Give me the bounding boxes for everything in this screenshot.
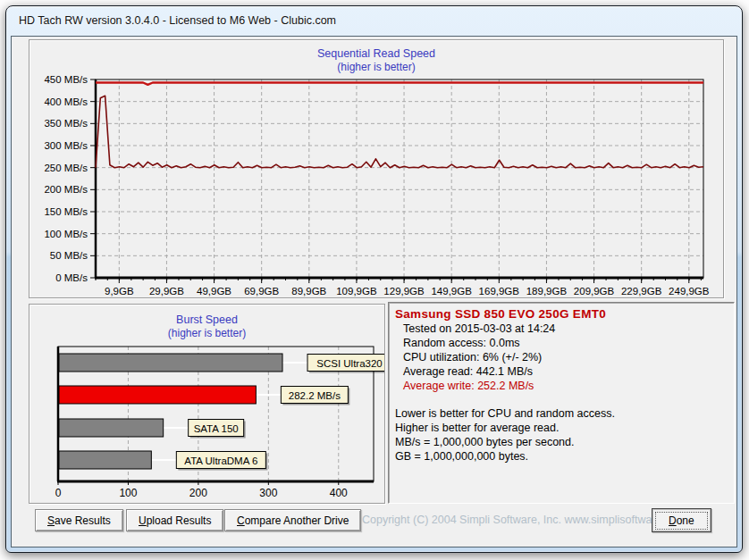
svg-text:150 MB/s: 150 MB/s	[44, 206, 88, 217]
save-results-button[interactable]: Save Results	[35, 509, 123, 531]
svg-text:9,9GB: 9,9GB	[105, 286, 134, 297]
app-window: HD Tach RW version 3.0.4.0 - Licensed to…	[5, 5, 743, 553]
svg-text:SATA 150: SATA 150	[194, 423, 239, 434]
svg-text:100 MB/s: 100 MB/s	[44, 229, 88, 239]
svg-text:29,9GB: 29,9GB	[149, 286, 184, 297]
drive-name: Samsung SSD 850 EVO 250G EMT0	[395, 307, 728, 322]
results-info-panel: Samsung SSD 850 EVO 250G EMT0 Tested on …	[388, 302, 735, 504]
sequential-read-subtitle: (higher is better)	[29, 61, 723, 73]
svg-text:89,9GB: 89,9GB	[291, 286, 326, 297]
svg-text:50 MB/s: 50 MB/s	[50, 250, 88, 261]
sequential-read-title: Sequential Read Speed	[29, 47, 723, 60]
random-access-line: Random access: 0.0ms	[403, 336, 728, 350]
note-line: Lower is better for CPU and random acces…	[395, 406, 728, 421]
svg-text:0 MB/s: 0 MB/s	[55, 272, 88, 283]
svg-text:450 MB/s: 450 MB/s	[44, 74, 88, 85]
client-area: Sequential Read Speed (higher is better)…	[11, 36, 737, 547]
svg-text:200 MB/s: 200 MB/s	[44, 184, 88, 195]
sequential-read-groupbox: Sequential Read Speed (higher is better)…	[29, 39, 724, 298]
note-line: Higher is better for average read.	[395, 421, 728, 435]
svg-text:100: 100	[119, 487, 137, 499]
burst-speed-chart: 0100200300400SCSI Ultra320282.2 MB/sSATA…	[29, 342, 384, 501]
svg-text:109,9GB: 109,9GB	[336, 286, 377, 297]
svg-text:282.2 MB/s: 282.2 MB/s	[289, 390, 341, 401]
svg-text:169,9GB: 169,9GB	[479, 286, 520, 297]
upload-results-button[interactable]: Upload Results	[126, 509, 223, 531]
svg-text:250 MB/s: 250 MB/s	[44, 163, 88, 173]
window-title: HD Tach RW version 3.0.4.0 - Licensed to…	[19, 14, 336, 27]
done-button[interactable]: Done	[652, 508, 711, 532]
title-bar[interactable]: HD Tach RW version 3.0.4.0 - Licensed to…	[6, 6, 742, 36]
note-line: MB/s = 1,000,000 bytes per second.	[395, 435, 728, 449]
average-read-line: Average read: 442.1 MB/s	[403, 364, 728, 379]
average-write-line: Average write: 252.2 MB/s	[403, 379, 728, 393]
copyright-text: Copyright (C) 2004 Simpli Software, Inc.…	[362, 514, 686, 526]
svg-text:200: 200	[189, 487, 207, 499]
svg-text:69,9GB: 69,9GB	[244, 286, 279, 297]
svg-text:400 MB/s: 400 MB/s	[44, 96, 88, 107]
svg-text:300 MB/s: 300 MB/s	[44, 140, 88, 151]
burst-speed-title: Burst Speed	[29, 313, 384, 326]
cpu-utilization-line: CPU utilization: 6% (+/- 2%)	[403, 350, 728, 364]
burst-speed-groupbox: Burst Speed (higher is better) 010020030…	[29, 304, 385, 504]
svg-text:350 MB/s: 350 MB/s	[44, 118, 88, 129]
tested-on-line: Tested on 2015-03-03 at 14:24	[403, 322, 728, 336]
burst-speed-subtitle: (higher is better)	[29, 327, 384, 339]
svg-text:400: 400	[330, 487, 348, 499]
svg-text:300: 300	[259, 487, 277, 499]
svg-text:129,9GB: 129,9GB	[383, 286, 425, 297]
note-line: GB = 1,000,000,000 bytes.	[395, 449, 728, 464]
svg-text:49,9GB: 49,9GB	[197, 286, 231, 297]
svg-text:149,9GB: 149,9GB	[431, 286, 472, 297]
svg-text:0: 0	[55, 487, 62, 499]
svg-text:249,9GB: 249,9GB	[669, 286, 710, 297]
svg-text:ATA UltraDMA 6: ATA UltraDMA 6	[184, 456, 257, 466]
svg-text:209,9GB: 209,9GB	[574, 286, 615, 297]
svg-text:189,9GB: 189,9GB	[526, 286, 568, 297]
svg-text:229,9GB: 229,9GB	[621, 286, 662, 297]
sequential-read-chart: 0 MB/s50 MB/s100 MB/s150 MB/s200 MB/s250…	[29, 74, 723, 297]
compare-another-drive-button[interactable]: Compare Another Drive	[224, 509, 361, 531]
svg-text:SCSI Ultra320: SCSI Ultra320	[316, 358, 383, 369]
